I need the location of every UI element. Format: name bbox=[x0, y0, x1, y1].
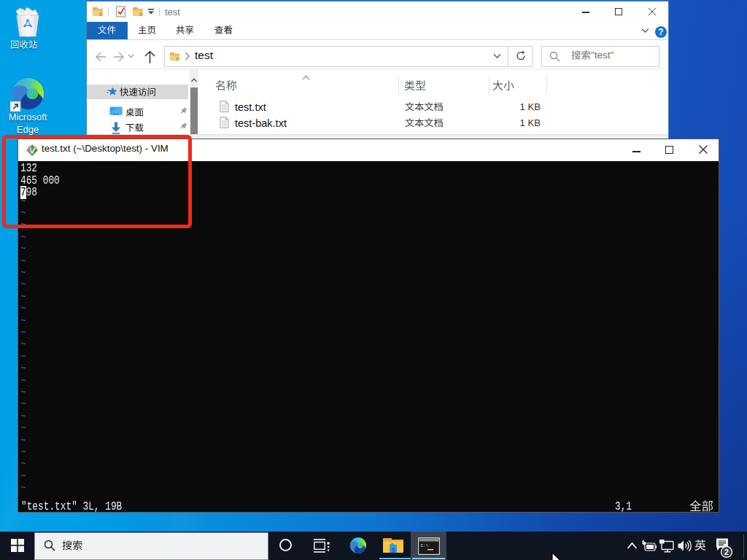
svg-text:2: 2 bbox=[724, 548, 729, 556]
svg-text:C:\: C:\ bbox=[421, 543, 429, 548]
